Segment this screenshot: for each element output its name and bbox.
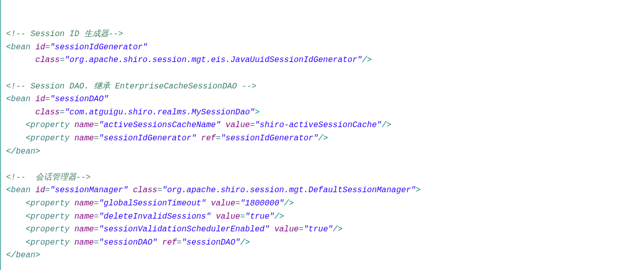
tag-bean-close: bean (16, 251, 35, 260)
attr-name: name (74, 225, 93, 234)
tag-property: property (30, 134, 70, 143)
attr-name: name (74, 212, 93, 221)
attr-name: name (74, 199, 93, 208)
attr-value: value (226, 121, 250, 130)
bracket: < (25, 134, 30, 143)
attr-name: name (74, 238, 93, 247)
tag-bean: bean (11, 186, 30, 195)
value: "sessionIdGenerator" (221, 134, 318, 143)
bracket: /> (274, 212, 284, 221)
attr-name: name (74, 134, 93, 143)
bracket: < (25, 121, 30, 130)
tag-property: property (30, 225, 70, 234)
comment: <!-- Session DAO. 继承 EnterpriseCacheSess… (6, 82, 256, 91)
attr-class: class (36, 108, 60, 117)
value: "true" (245, 212, 275, 221)
bracket: < (6, 186, 11, 195)
tag-bean-close: bean (16, 147, 35, 156)
value: "org.apache.shiro.session.mgt.DefaultSes… (162, 186, 415, 195)
code-block: <!-- Session ID 生成器--> <bean id="session… (6, 28, 639, 262)
value: "sessionIdGenerator" (50, 43, 147, 52)
value: "sessionValidationSchedulerEnabled" (99, 225, 269, 234)
value: "shiro-activeSessionCache" (255, 121, 382, 130)
attr-name: name (74, 121, 93, 130)
value: "true" (304, 225, 333, 234)
value: "sessionDAO" (50, 95, 108, 104)
bracket: < (6, 43, 11, 52)
bracket: </ (6, 147, 16, 156)
attr-value: value (274, 225, 299, 234)
value: "sessionDAO" (99, 238, 157, 247)
bracket: /> (362, 55, 372, 65)
tag-property: property (30, 199, 70, 208)
attr-ref: ref (201, 134, 216, 143)
value: "activeSessionsCacheName" (99, 121, 220, 130)
bracket: /> (318, 134, 328, 143)
tag-property: property (30, 212, 70, 221)
bracket: /> (240, 238, 250, 247)
tag-bean: bean (11, 43, 30, 52)
bracket: /> (381, 121, 391, 130)
value: "sessionIdGenerator" (99, 134, 196, 143)
tag-property: property (30, 238, 70, 247)
value: "org.apache.shiro.session.mgt.eis.JavaUu… (65, 55, 362, 65)
bracket: > (36, 147, 41, 156)
bracket: < (25, 225, 30, 234)
bracket: < (25, 212, 30, 221)
bracket: </ (6, 251, 16, 260)
attr-id: id (36, 43, 45, 52)
bracket: > (416, 186, 421, 195)
attr-class: class (36, 55, 60, 65)
value: "deleteInvalidSessions" (99, 212, 211, 221)
value: "sessionDAO" (182, 238, 240, 247)
attr-id: id (36, 95, 45, 104)
bracket: < (25, 238, 30, 247)
attr-class: class (133, 186, 157, 195)
bracket: < (6, 95, 11, 104)
tag-bean: bean (11, 95, 30, 104)
bracket: > (255, 108, 260, 117)
attr-value: value (216, 212, 240, 221)
bracket: /> (333, 225, 342, 234)
bracket: < (25, 199, 30, 208)
bracket: /> (284, 199, 294, 208)
bracket: > (36, 251, 41, 260)
attr-ref: ref (162, 238, 177, 247)
attr-value: value (211, 199, 235, 208)
value: "1800000" (240, 199, 284, 208)
value: "com.atguigu.shiro.realms.MySessionDao" (65, 108, 254, 117)
value: "sessionManager" (50, 186, 128, 195)
comment: <!-- Session ID 生成器--> (6, 29, 123, 39)
value: "globalSessionTimeout" (99, 199, 206, 208)
attr-id: id (36, 186, 45, 195)
tag-property: property (30, 121, 70, 130)
comment: <!-- 会话管理器--> (6, 173, 90, 182)
